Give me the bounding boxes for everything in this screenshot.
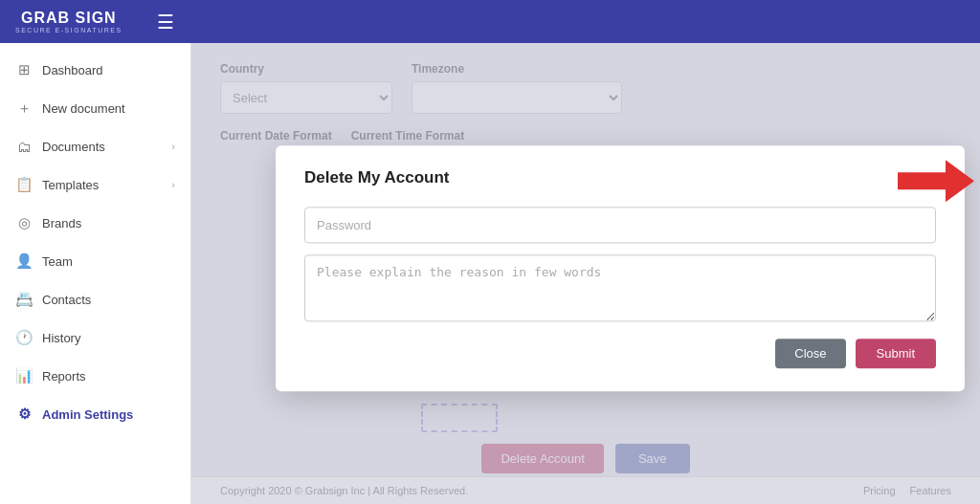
- topbar-left: GRAB SIGN SECURE E-SIGNATURES: [15, 10, 122, 33]
- sidebar-item-dashboard[interactable]: ⊞ Dashboard: [0, 51, 190, 89]
- modal-footer: Close Submit: [304, 339, 936, 368]
- logo-name: GRAB SIGN: [21, 10, 117, 27]
- sidebar-item-label: Dashboard: [42, 63, 103, 77]
- contacts-icon: 📇: [15, 291, 33, 308]
- reason-textarea[interactable]: [304, 254, 936, 321]
- sidebar-item-brands[interactable]: ◎ Brands: [0, 204, 190, 242]
- new-document-icon: ＋: [15, 99, 33, 117]
- sidebar-item-reports[interactable]: 📊 Reports: [0, 357, 190, 395]
- sidebar-item-label: Admin Settings: [42, 407, 133, 422]
- delete-account-modal: Delete My Account Close Submit: [276, 145, 965, 391]
- chevron-right-icon: ›: [171, 141, 175, 152]
- brands-icon: ◎: [15, 214, 33, 231]
- sidebar-item-label: Templates: [42, 178, 99, 192]
- sidebar-item-label: Brands: [42, 216, 81, 230]
- logo: GRAB SIGN SECURE E-SIGNATURES: [15, 10, 122, 33]
- sidebar-item-team[interactable]: 👤 Team: [0, 242, 190, 280]
- sidebar-item-documents[interactable]: 🗂 Documents ›: [0, 127, 190, 165]
- sidebar-item-new-document[interactable]: ＋ New document: [0, 89, 190, 127]
- modal-body: [304, 207, 936, 321]
- sidebar-item-label: New document: [42, 101, 125, 116]
- submit-button[interactable]: Submit: [856, 339, 936, 368]
- logo-sub: SECURE E-SIGNATURES: [15, 27, 122, 33]
- modal-title: Delete My Account: [304, 168, 449, 187]
- sidebar-item-contacts[interactable]: 📇 Contacts: [0, 280, 190, 318]
- sidebar-item-history[interactable]: 🕐 History: [0, 318, 190, 357]
- templates-icon: 📋: [15, 176, 33, 193]
- sidebar-item-admin-settings[interactable]: ⚙ Admin Settings: [0, 395, 190, 433]
- modal-header: Delete My Account: [304, 168, 936, 187]
- red-arrow-icon: [888, 155, 974, 208]
- sidebar-item-label: Team: [42, 254, 73, 269]
- layout: ⊞ Dashboard ＋ New document 🗂 Documents ›…: [0, 43, 980, 504]
- topbar: GRAB SIGN SECURE E-SIGNATURES ☰: [0, 0, 980, 43]
- reports-icon: 📊: [15, 367, 33, 384]
- sidebar-item-label: Reports: [42, 369, 86, 383]
- chevron-right-icon: ›: [171, 179, 175, 190]
- sidebar-item-label: History: [42, 331, 80, 345]
- team-icon: 👤: [15, 252, 33, 270]
- sidebar-item-label: Contacts: [42, 293, 91, 307]
- sidebar-item-label: Documents: [42, 140, 105, 154]
- sidebar-item-templates[interactable]: 📋 Templates ›: [0, 165, 190, 204]
- history-icon: 🕐: [15, 329, 33, 346]
- password-input[interactable]: [304, 207, 936, 243]
- settings-icon: ⚙: [15, 405, 33, 423]
- close-button[interactable]: Close: [775, 339, 845, 368]
- hamburger-icon[interactable]: ☰: [157, 11, 174, 33]
- sidebar: ⊞ Dashboard ＋ New document 🗂 Documents ›…: [0, 43, 191, 504]
- main-content: Country Select Timezone Current Date For…: [191, 43, 980, 504]
- svg-marker-0: [898, 160, 974, 202]
- documents-icon: 🗂: [15, 138, 33, 155]
- dashboard-icon: ⊞: [15, 61, 33, 78]
